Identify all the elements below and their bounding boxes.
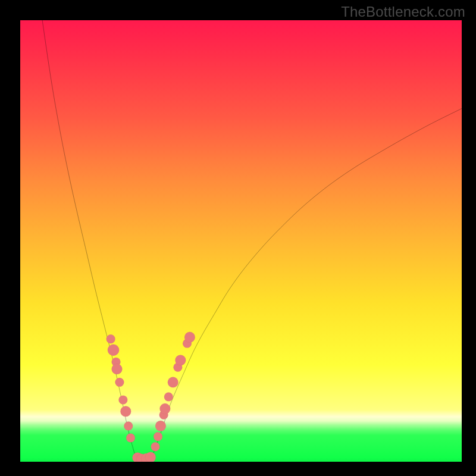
right-curve: [153, 108, 462, 455]
highlighted-points: [107, 332, 195, 462]
chart-frame: TheBottleneck.com: [0, 0, 476, 476]
marker-point: [107, 334, 115, 343]
marker-point: [164, 393, 173, 402]
marker-point: [120, 406, 131, 417]
marker-point: [175, 355, 186, 365]
marker-point: [124, 421, 133, 430]
left-curve: [42, 20, 135, 455]
plot-area: [20, 20, 462, 462]
marker-point: [154, 432, 162, 441]
marker-point: [151, 442, 160, 451]
marker-point: [108, 345, 119, 356]
marker-point: [159, 403, 170, 414]
watermark-text: TheBottleneck.com: [341, 4, 465, 20]
bottleneck-curve: [42, 20, 462, 459]
marker-point: [112, 364, 123, 374]
marker-point: [184, 332, 195, 343]
marker-point: [126, 434, 135, 443]
chart-svg: [20, 20, 462, 462]
marker-point: [115, 378, 124, 387]
marker-point: [118, 396, 127, 405]
marker-point: [155, 421, 166, 431]
marker-point: [168, 377, 178, 388]
